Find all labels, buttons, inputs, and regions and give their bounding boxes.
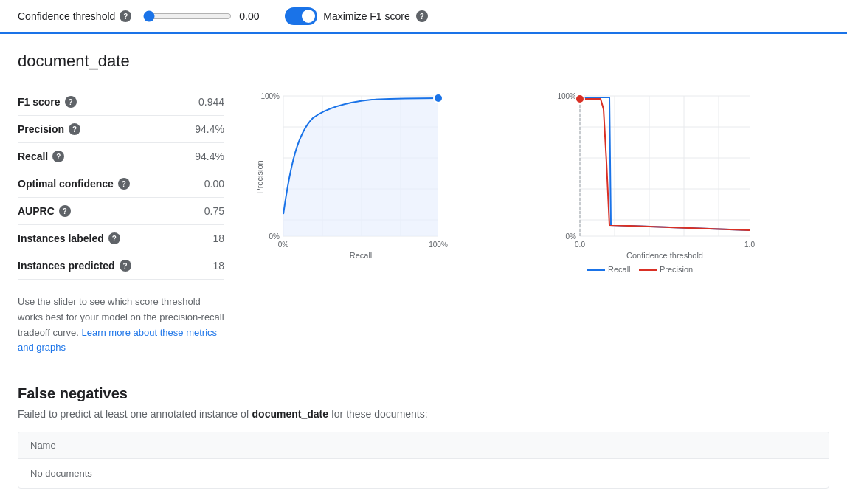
- false-negatives-section: False negatives Failed to predict at lea…: [18, 385, 829, 489]
- recall-help-icon[interactable]: ?: [52, 151, 64, 162]
- metrics-panel: F1 score ? 0.944 Precision ? 94.4% Recal…: [18, 89, 224, 356]
- precision-help-icon[interactable]: ?: [69, 123, 80, 135]
- svg-text:100%: 100%: [557, 92, 576, 100]
- top-bar: Confidence threshold ? 0.00 Maximize F1 …: [0, 0, 847, 34]
- svg-text:0%: 0%: [269, 232, 280, 241]
- metric-label-predicted: Instances predicted ?: [18, 260, 131, 272]
- confidence-slider-value: 0.00: [239, 10, 261, 22]
- false-negatives-description: Failed to predict at least one annotated…: [18, 408, 829, 420]
- confidence-threshold-svg: 100% 0% 0.0 1.0 Confidence threshold: [550, 89, 764, 273]
- svg-text:Precision: Precision: [660, 265, 693, 274]
- svg-text:Precision: Precision: [255, 160, 264, 193]
- false-negatives-title: False negatives: [18, 385, 829, 402]
- metric-row-labeled: Instances labeled ? 18: [18, 225, 224, 252]
- svg-text:0%: 0%: [566, 232, 577, 241]
- metric-value-f1: 0.944: [198, 96, 224, 108]
- metric-label-recall: Recall ?: [18, 151, 64, 162]
- confidence-label-text: Confidence threshold: [18, 10, 115, 22]
- metric-row-auprc: AUPRC ? 0.75: [18, 198, 224, 225]
- svg-text:Recall: Recall: [350, 251, 373, 260]
- table-body-empty: No documents: [18, 459, 829, 488]
- false-negatives-entity: document_date: [252, 408, 328, 420]
- confidence-threshold-chart: 100% 0% 0.0 1.0 Confidence threshold: [550, 89, 829, 275]
- metric-row-precision: Precision ? 94.4%: [18, 116, 224, 143]
- metric-label-auprc: AUPRC ?: [18, 205, 71, 217]
- main-content: document_date F1 score ? 0.944 Precision…: [0, 34, 847, 504]
- labeled-help-icon[interactable]: ?: [108, 232, 120, 244]
- metric-label-f1: F1 score ?: [18, 96, 77, 108]
- svg-text:1.0: 1.0: [744, 241, 755, 249]
- svg-point-15: [434, 94, 443, 103]
- metric-value-auprc: 0.75: [204, 205, 224, 217]
- confidence-help-icon[interactable]: ?: [120, 10, 131, 22]
- section-title: document_date: [18, 52, 829, 71]
- metric-row-f1: F1 score ? 0.944: [18, 89, 224, 116]
- svg-text:Confidence threshold: Confidence threshold: [626, 251, 703, 260]
- auprc-help-icon[interactable]: ?: [59, 205, 71, 217]
- maximize-f1-toggle-container: Maximize F1 score ?: [285, 7, 427, 25]
- precision-recall-chart: Precision 100% 0% 0% 100% Recall: [254, 89, 533, 275]
- metric-row-optimal: Optimal confidence ? 0.00: [18, 170, 224, 198]
- maximize-f1-label: Maximize F1 score: [323, 10, 409, 22]
- info-text: Use the slider to see which score thresh…: [18, 294, 224, 356]
- svg-text:100%: 100%: [260, 92, 280, 100]
- svg-text:0.0: 0.0: [575, 241, 585, 249]
- svg-text:100%: 100%: [429, 241, 448, 249]
- metric-value-predicted: 18: [212, 260, 224, 272]
- metric-value-labeled: 18: [212, 232, 224, 244]
- confidence-slider[interactable]: [143, 10, 232, 22]
- metric-label-precision: Precision ?: [18, 123, 80, 135]
- metric-value-precision: 94.4%: [195, 123, 224, 135]
- false-negatives-table: Name No documents: [18, 432, 829, 489]
- maximize-f1-help-icon[interactable]: ?: [416, 10, 428, 22]
- predicted-help-icon[interactable]: ?: [120, 260, 131, 272]
- precision-recall-svg: Precision 100% 0% 0% 100% Recall: [254, 89, 453, 273]
- metric-label-optimal: Optimal confidence ?: [18, 178, 130, 190]
- svg-text:0%: 0%: [278, 241, 289, 249]
- metrics-and-charts: F1 score ? 0.944 Precision ? 94.4% Recal…: [18, 89, 829, 356]
- metric-value-recall: 94.4%: [195, 151, 224, 162]
- metric-label-labeled: Instances labeled ?: [18, 232, 120, 244]
- confidence-slider-container: 0.00: [143, 10, 261, 22]
- confidence-threshold-label: Confidence threshold ?: [18, 10, 131, 22]
- metric-value-optimal: 0.00: [204, 178, 224, 190]
- svg-text:Recall: Recall: [608, 265, 631, 274]
- metric-row-recall: Recall ? 94.4%: [18, 143, 224, 170]
- maximize-f1-toggle[interactable]: [285, 7, 317, 25]
- f1-help-icon[interactable]: ?: [65, 96, 77, 108]
- optimal-help-icon[interactable]: ?: [118, 178, 130, 190]
- svg-point-33: [575, 94, 584, 103]
- charts-area: Precision 100% 0% 0% 100% Recall: [254, 89, 829, 275]
- table-header-name: Name: [18, 432, 829, 459]
- metric-row-predicted: Instances predicted ? 18: [18, 252, 224, 280]
